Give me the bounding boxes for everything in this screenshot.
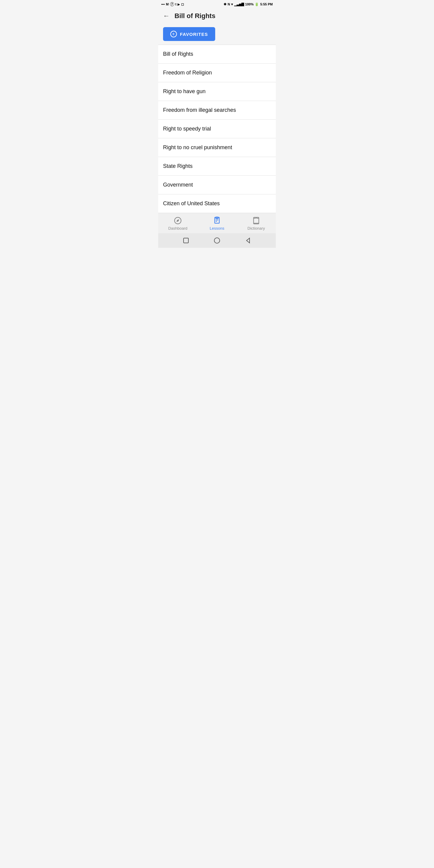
svg-rect-8 <box>184 238 188 243</box>
nfc-icon: N <box>227 2 230 6</box>
svg-marker-10 <box>247 238 250 243</box>
lessons-label: Lessons <box>210 226 224 230</box>
list-container: Bill of Rights Freedom of Religion Right… <box>158 44 276 213</box>
nav-item-dictionary[interactable]: Dictionary <box>237 216 276 230</box>
dictionary-icon <box>252 216 260 225</box>
battery-icon: 🔋 <box>255 2 259 6</box>
android-nav-bar <box>158 233 276 248</box>
list-item[interactable]: Bill of Rights <box>158 45 276 64</box>
battery-percent: 100% <box>245 2 253 6</box>
list-item[interactable]: Government <box>158 176 276 194</box>
android-home-button[interactable] <box>213 236 221 245</box>
bluetooth-icon: ✱ <box>224 2 226 6</box>
nav-item-dashboard[interactable]: Dashboard <box>158 216 197 230</box>
header: ← Bill of Rights <box>158 8 276 25</box>
gmail-icon: M <box>166 2 169 6</box>
status-bar: ••• M 7 t ▶ ◻ ✱ N ▾ ▁▃▅▇ 100% 🔋 5:55 PM <box>158 0 276 8</box>
list-item[interactable]: Right to speedy trial <box>158 120 276 138</box>
plus-circle-icon: + <box>170 31 177 37</box>
wifi-icon: ▾ <box>231 2 233 6</box>
list-item[interactable]: Right to have gun <box>158 82 276 101</box>
list-item[interactable]: Right to no cruel punishment <box>158 138 276 157</box>
favorites-section: + FAVORITES <box>158 25 276 44</box>
chat-icon: ◻ <box>181 2 184 6</box>
seven-icon: 7 <box>170 2 174 6</box>
bottom-nav: Dashboard Lessons Dictionary <box>158 213 276 233</box>
back-button[interactable]: ← <box>163 13 170 19</box>
signal-icon: ▁▃▅▇ <box>234 2 244 6</box>
svg-point-9 <box>214 238 220 243</box>
list-item[interactable]: Freedom from illegal searches <box>158 101 276 120</box>
dictionary-label: Dictionary <box>247 226 265 230</box>
list-item[interactable]: Citizen of United States <box>158 194 276 213</box>
dashboard-icon <box>174 216 182 225</box>
favorites-label: FAVORITES <box>180 32 208 37</box>
notification-dots: ••• <box>161 2 165 6</box>
favorites-button[interactable]: + FAVORITES <box>163 27 215 41</box>
page-title: Bill of Rights <box>175 12 216 20</box>
svg-marker-1 <box>176 219 179 222</box>
play-icon: ▶ <box>178 3 180 6</box>
lessons-icon <box>213 216 221 225</box>
android-back-button[interactable] <box>244 236 252 245</box>
status-right-icons: ✱ N ▾ ▁▃▅▇ 100% 🔋 5:55 PM <box>224 2 273 6</box>
dashboard-label: Dashboard <box>168 226 187 230</box>
time: 5:55 PM <box>260 2 273 6</box>
list-item[interactable]: Freedom of Religion <box>158 64 276 82</box>
android-square-button[interactable] <box>182 236 190 245</box>
status-left-icons: ••• M 7 t ▶ ◻ <box>161 2 184 6</box>
nav-item-lessons[interactable]: Lessons <box>197 216 237 230</box>
tumblr-icon: t <box>176 2 177 6</box>
list-item[interactable]: State Rights <box>158 157 276 176</box>
